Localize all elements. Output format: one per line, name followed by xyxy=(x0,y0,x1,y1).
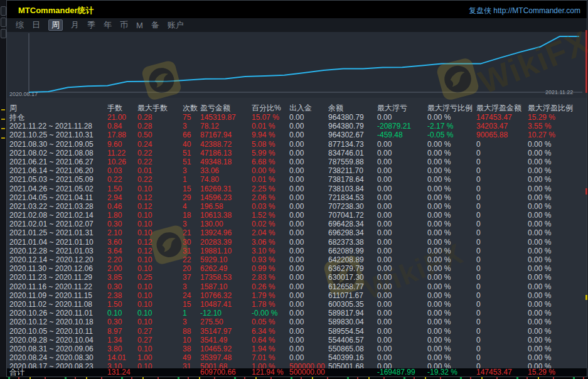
table-row[interactable]: 2021.08.02 ~ 2021.08.0811.220.225147186.… xyxy=(7,149,587,157)
value-cell: 10.27 % xyxy=(528,131,587,139)
value-cell: 0.12 xyxy=(137,238,183,247)
table-row[interactable]: 2020.10.12 ~ 2020.10.180.300.103275.500.… xyxy=(7,318,587,326)
value-cell: 0.00 % xyxy=(528,166,587,175)
value-cell: 0.00 xyxy=(289,327,328,336)
statistics-window: MTCommander统计 复盘侠 http://MTCommander.com… xyxy=(6,0,587,377)
value-cell: 21.00 xyxy=(107,113,137,122)
value-cell: 0.05 % xyxy=(252,318,289,326)
table-row[interactable]: 2021.02.08 ~ 2021.02.141.800.101810613.3… xyxy=(7,211,587,220)
value-cell: 0.00 xyxy=(377,353,427,362)
value-cell: 0.12 xyxy=(137,247,183,255)
table-row[interactable]: 2021.01.04 ~ 2021.01.103.600.123020283.3… xyxy=(7,238,587,247)
table-row[interactable]: 2020.11.02 ~ 2020.11.081.500.101510487.4… xyxy=(7,300,587,309)
menu-item-8[interactable]: M xyxy=(136,21,143,30)
menu-item-5[interactable]: 季 xyxy=(87,19,95,31)
value-cell: -20879.21 xyxy=(377,122,427,131)
value-cell: 2.83 % xyxy=(252,273,289,282)
table-row[interactable]: 2020.11.23 ~ 2020.11.293.850.253717358.5… xyxy=(7,273,587,282)
value-cell: 0.00 xyxy=(289,184,328,193)
table-row[interactable]: 2020.10.05 ~ 2020.10.118.970.278835147.9… xyxy=(7,327,587,336)
table-row[interactable]: 2021.11.22 ~ 2021.11.280.840.28378.120.0… xyxy=(7,122,587,131)
table-row[interactable]: 持仓21.000.2875145319.8715.07 %0.00964380.… xyxy=(7,113,587,122)
table-row[interactable]: 2021.08.30 ~ 2021.09.059.600.244042388.7… xyxy=(7,140,587,149)
table-row[interactable]: 2020.11.16 ~ 2020.11.220.300.1031587.100… xyxy=(7,282,587,291)
value-cell: 3 xyxy=(183,220,200,228)
value-cell: 0.00 xyxy=(289,202,328,211)
table-row[interactable]: 2021.06.14 ~ 2021.06.200.030.01333.060.0… xyxy=(7,166,587,175)
value-cell: 0.10 xyxy=(137,309,183,318)
period-cell: 2021.08.02 ~ 2021.08.08 xyxy=(7,149,107,157)
value-cell: 0.00 xyxy=(289,211,328,220)
value-cell: 0.00 % xyxy=(528,273,587,282)
period-cell: 2020.09.28 ~ 2020.10.04 xyxy=(7,336,107,344)
value-cell: 3.80 xyxy=(107,344,137,353)
value-cell: 0.00 xyxy=(289,220,328,228)
table-total-row[interactable]: 合计131.24609700.66121.94 %500000.00-16948… xyxy=(7,368,587,376)
table-row[interactable]: 2021.01.25 ~ 2021.01.312.100.102113924.9… xyxy=(7,228,587,237)
value-cell: 0.00 xyxy=(289,318,328,326)
value-cell: 662089.99 xyxy=(328,247,377,255)
table-row[interactable]: 2020.08.24 ~ 2020.08.3014.011.004935397.… xyxy=(7,353,587,362)
value-cell: 10 xyxy=(183,336,200,344)
menu-item-4[interactable]: 月 xyxy=(71,19,79,31)
table-row[interactable]: 2020.11.30 ~ 2020.12.062.000.10206262.49… xyxy=(7,264,587,273)
menu-item-10[interactable]: 账户 xyxy=(168,19,184,31)
value-cell: 10613.38 xyxy=(200,211,252,220)
value-cell: 0 xyxy=(476,184,528,193)
table-row[interactable]: 2021.03.22 ~ 2021.03.280.460.124196.580.… xyxy=(7,202,587,211)
menu-item-9[interactable]: 备 xyxy=(151,19,159,31)
value-cell: 589817.94 xyxy=(328,309,377,318)
value-cell: 550865.08 xyxy=(328,344,377,353)
menu-item-2[interactable]: 日 xyxy=(32,19,40,31)
table-row[interactable]: 2020.08.31 ~ 2020.09.063.800.103810465.9… xyxy=(7,344,587,353)
table-row[interactable]: 2021.06.21 ~ 2021.06.2710.260.225149348.… xyxy=(7,157,587,166)
value-cell: 34203.47 xyxy=(476,122,528,131)
table-row[interactable]: 2020.12.14 ~ 2020.12.202.200.10225929.10… xyxy=(7,255,587,264)
table-row[interactable]: 2020.09.28 ~ 2020.10.041.340.27103541.49… xyxy=(7,336,587,344)
menu-item-7[interactable]: 币 xyxy=(120,19,128,31)
value-cell: 5.08 % xyxy=(252,140,289,149)
value-cell: 0.10 xyxy=(137,184,183,193)
value-cell: 47186.13 xyxy=(200,149,252,157)
menu-item-3[interactable]: 周 xyxy=(48,19,63,31)
value-cell: 0 xyxy=(476,228,528,237)
value-cell: 11.22 xyxy=(107,149,137,157)
value-cell: 0.00 xyxy=(377,300,427,309)
period-cell: 2021.02.08 ~ 2021.02.14 xyxy=(7,211,107,220)
value-cell: 0.00 xyxy=(289,238,328,247)
value-cell: 1.78 % xyxy=(252,300,289,309)
table-row[interactable]: 2021.04.05 ~ 2021.04.112.940.122914596.2… xyxy=(7,193,587,202)
table-row[interactable]: 2021.05.03 ~ 2021.05.090.220.22174.800.0… xyxy=(7,175,587,184)
table-row[interactable]: 2020.12.28 ~ 2021.01.033.640.123119881.1… xyxy=(7,247,587,255)
value-cell: 0.27 xyxy=(137,327,183,336)
table-row[interactable]: 2020.11.09 ~ 2020.11.152.380.102410766.3… xyxy=(7,291,587,300)
brand-link[interactable]: 复盘侠 http://MTCommander.com xyxy=(469,6,580,16)
value-cell: 14.01 xyxy=(107,353,137,362)
table-row[interactable]: 2020.10.26 ~ 2020.11.010.100.101-12.10-0… xyxy=(7,309,587,318)
menu-item-1[interactable]: 综 xyxy=(16,19,24,31)
value-cell: 0.00 % xyxy=(427,247,476,255)
value-cell: 6262.49 xyxy=(200,264,252,273)
value-cell: 3.55 % xyxy=(528,122,587,131)
value-cell: 0.00 % xyxy=(427,202,476,211)
value-cell: 0.00 xyxy=(289,149,328,157)
table-row[interactable]: 2021.10.25 ~ 2021.10.3117.880.506687167.… xyxy=(7,131,587,139)
value-cell: 0 xyxy=(476,264,528,273)
value-cell: 0.10 xyxy=(137,228,183,237)
value-cell: 0.00 xyxy=(289,166,328,175)
menu-item-6[interactable]: 年 xyxy=(104,19,112,31)
background-text-fragment xyxy=(1,119,5,120)
value-cell: 0.22 xyxy=(107,175,137,184)
value-cell: 540399.16 xyxy=(328,353,377,362)
value-cell: 0.00 xyxy=(377,228,427,237)
value-cell: 1.79 % xyxy=(252,291,289,300)
table-row[interactable]: 2021.04.26 ~ 2021.05.021.500.101516269.3… xyxy=(7,184,587,193)
value-cell: 0.00 % xyxy=(528,353,587,362)
value-cell: 2.38 xyxy=(107,291,137,300)
background-window-right-fragment xyxy=(585,30,587,93)
value-cell: 0 xyxy=(476,327,528,336)
table-row[interactable]: 2021.02.01 ~ 2021.02.070.300.103130.000.… xyxy=(7,220,587,228)
period-cell: 2020.12.14 ~ 2020.12.20 xyxy=(7,255,107,264)
column-header: 百分比% xyxy=(252,103,289,113)
value-cell: 0.10 xyxy=(137,318,183,326)
